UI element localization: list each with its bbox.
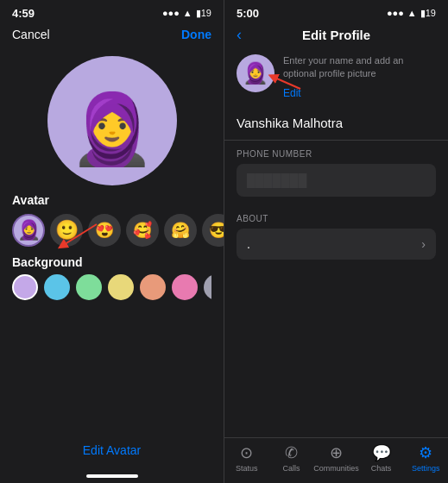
status-bar-left: 4:59 ●●● ▲ ▮19	[0, 0, 224, 24]
phone-value: ███████	[247, 173, 306, 187]
profile-header: 🧕 Enter your name and add an optional pr…	[224, 47, 448, 107]
tab-calls[interactable]: ✆ Calls	[269, 443, 314, 473]
phone-label: PHONE NUMBER	[237, 149, 436, 159]
status-label: Status	[236, 464, 258, 473]
communities-label: Communities	[313, 464, 359, 473]
avatar-thumb-3[interactable]: 🥰	[126, 214, 159, 247]
about-value: .	[247, 237, 250, 251]
phone-section: PHONE NUMBER ███████	[224, 141, 448, 205]
name-field[interactable]: Vanshika Malhotra	[224, 107, 448, 141]
svg-line-3	[273, 77, 300, 89]
done-button[interactable]: Done	[181, 28, 211, 41]
chats-icon: 💬	[372, 443, 391, 462]
avatar-thumb-4[interactable]: 🤗	[164, 214, 197, 247]
top-bar-right: ‹ Edit Profile	[224, 24, 448, 47]
calls-label: Calls	[282, 464, 300, 473]
home-indicator-left	[86, 474, 138, 478]
settings-label: Settings	[412, 464, 440, 473]
communities-icon: ⊕	[330, 443, 343, 462]
about-row[interactable]: . ›	[237, 229, 436, 260]
avatar-thumb-0[interactable]: 🧕	[12, 214, 45, 247]
color-row	[12, 274, 211, 300]
tab-chats[interactable]: 💬 Chats	[359, 443, 404, 473]
signal-icon-right: ●●●	[387, 8, 404, 18]
about-section: ABOUT . ›	[224, 205, 448, 260]
color-circle-1[interactable]	[44, 274, 70, 300]
time-left: 4:59	[12, 7, 35, 20]
settings-icon: ⚙	[419, 443, 432, 462]
cancel-button[interactable]: Cancel	[12, 28, 50, 41]
background-section: Background	[0, 250, 224, 304]
about-label: ABOUT	[237, 214, 436, 223]
background-label: Background	[12, 255, 211, 269]
top-bar-left: Cancel Done	[0, 24, 224, 47]
color-circle-3[interactable]	[108, 274, 134, 300]
wifi-icon-right: ▲	[407, 8, 417, 18]
phone-field[interactable]: ███████	[237, 164, 436, 197]
avatar-thumb-5[interactable]: 😎	[202, 214, 224, 247]
profile-header-right: Enter your name and add an optional prof…	[283, 54, 436, 100]
tab-status[interactable]: ⊙ Status	[224, 443, 269, 473]
right-panel: 5:00 ●●● ▲ ▮19 ‹ Edit Profile 🧕 Enter yo…	[224, 0, 448, 483]
color-circle-0[interactable]	[12, 274, 38, 300]
avatar-circle: 🧕	[47, 56, 177, 185]
signal-icon: ●●●	[162, 8, 180, 18]
calls-icon: ✆	[285, 443, 298, 462]
status-bar-right: 5:00 ●●● ▲ ▮19	[224, 0, 448, 24]
color-circle-4[interactable]	[140, 274, 166, 300]
battery-icon-right: ▮19	[420, 8, 436, 19]
avatar-row: 🧕 🙂 😍 🥰 🤗 😎	[0, 210, 224, 250]
page-title: Edit Profile	[302, 28, 370, 42]
tab-settings[interactable]: ⚙ Settings	[403, 443, 448, 473]
color-circle-6[interactable]	[204, 274, 211, 300]
avatar-preview-container: 🧕	[0, 47, 224, 186]
color-circle-2[interactable]	[76, 274, 102, 300]
time-right: 5:00	[237, 7, 259, 20]
back-button[interactable]: ‹	[237, 26, 242, 44]
status-icons-right: ●●● ▲ ▮19	[387, 8, 436, 19]
tab-bar: ⊙ Status ✆ Calls ⊕ Communities 💬 Chats ⚙…	[224, 437, 448, 483]
battery-icon: ▮19	[196, 8, 211, 19]
chats-label: Chats	[371, 464, 392, 473]
wifi-icon: ▲	[183, 8, 192, 18]
edit-avatar-button[interactable]: Edit Avatar	[0, 435, 224, 474]
arrow-edit	[268, 72, 302, 93]
profile-hint: Enter your name and add an optional prof…	[283, 54, 436, 81]
avatar-thumb-2[interactable]: 😍	[88, 214, 121, 247]
about-chevron-icon: ›	[421, 237, 426, 251]
tab-communities[interactable]: ⊕ Communities	[313, 443, 359, 473]
avatar-section-label: Avatar	[0, 186, 224, 210]
avatar-thumb-1[interactable]: 🙂	[50, 214, 83, 247]
name-value: Vanshika Malhotra	[237, 116, 343, 130]
status-icons-left: ●●● ▲ ▮19	[162, 8, 211, 19]
status-icon: ⊙	[240, 443, 253, 462]
color-circle-5[interactable]	[172, 274, 198, 300]
avatar-emoji-large: 🧕	[69, 95, 155, 164]
